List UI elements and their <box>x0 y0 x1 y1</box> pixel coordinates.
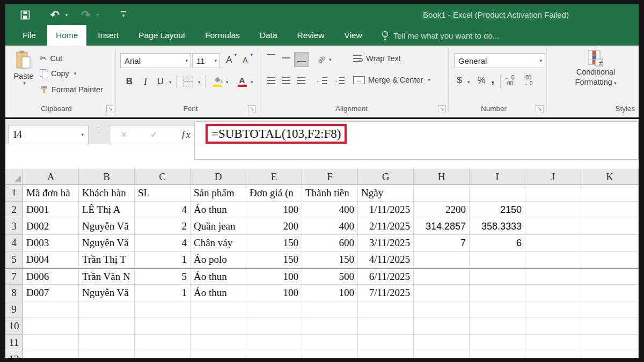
row-header-2[interactable]: 2 <box>5 202 23 218</box>
align-center-button[interactable] <box>279 73 293 87</box>
name-box-dropdown-icon[interactable]: ▾ <box>81 132 84 137</box>
cell-C7[interactable]: 5 <box>135 269 191 285</box>
tab-insert[interactable]: Insert <box>89 25 127 46</box>
cell-F4[interactable]: 600 <box>302 235 358 252</box>
fill-color-dropdown-icon[interactable]: ▾ <box>226 79 229 85</box>
cell-B12[interactable] <box>79 351 135 358</box>
cell-A3[interactable]: D002 <box>23 218 79 235</box>
cell-J4[interactable] <box>525 235 581 252</box>
cell-G5[interactable]: 4/11/2025 <box>358 252 414 268</box>
underline-button[interactable]: U <box>153 75 167 88</box>
select-all-corner[interactable] <box>5 169 23 185</box>
cell-H10[interactable] <box>414 318 470 335</box>
cell-F7[interactable]: 500 <box>302 269 358 285</box>
cell-I7[interactable] <box>470 269 525 285</box>
cell-A11[interactable] <box>23 335 79 351</box>
row-header-11[interactable]: 11 <box>5 335 23 351</box>
row-header-10[interactable]: 10 <box>5 318 23 335</box>
cell-C10[interactable] <box>135 318 191 335</box>
undo-dropdown-icon[interactable]: ▾ <box>63 4 70 25</box>
formula-input-area[interactable]: =SUBTOTAL(103,F2:F8) <box>194 121 639 160</box>
cell-E5[interactable]: 150 <box>246 252 302 268</box>
cell-J9[interactable] <box>525 301 581 318</box>
cell-E4[interactable]: 150 <box>246 235 302 252</box>
redo-icon[interactable]: ↷ <box>79 4 92 25</box>
font-size-dropdown-icon[interactable]: ▾ <box>214 58 217 63</box>
wrap-text-button[interactable]: ↵ Wrap Text <box>353 54 401 63</box>
cell-D2[interactable]: Áo thun <box>191 202 246 218</box>
cell-G8[interactable]: 7/11/2025 <box>358 285 414 301</box>
cell-H4[interactable]: 7 <box>414 235 470 252</box>
cell-G2[interactable]: 1/11/2025 <box>358 202 414 218</box>
column-header-B[interactable]: B <box>79 169 135 185</box>
cell-E11[interactable] <box>246 335 302 351</box>
italic-button[interactable]: I <box>138 75 152 88</box>
format-painter-button[interactable]: Format Painter <box>40 85 103 94</box>
cell-D8[interactable]: Áo thun <box>191 285 246 301</box>
cell-E7[interactable]: 100 <box>246 269 302 285</box>
redo-dropdown-icon[interactable]: ▾ <box>94 4 101 25</box>
cell-D11[interactable] <box>191 335 246 351</box>
font-color-dropdown-icon[interactable]: ▾ <box>251 79 253 85</box>
tab-data[interactable]: Data <box>251 25 286 46</box>
cell-D1[interactable]: Sản phẩm <box>191 185 246 202</box>
cell-F10[interactable] <box>302 318 358 335</box>
increase-indent-button[interactable]: → <box>332 73 346 87</box>
cell-I5[interactable] <box>470 252 525 268</box>
column-header-I[interactable]: I <box>470 169 525 185</box>
column-header-C[interactable]: C <box>135 169 191 185</box>
insert-function-icon[interactable]: ƒx <box>181 129 190 141</box>
cell-A4[interactable]: D003 <box>23 235 79 252</box>
cell-B1[interactable]: Khách hàn <box>79 185 135 202</box>
cell-E12[interactable] <box>246 351 302 358</box>
tab-review[interactable]: Review <box>289 25 333 46</box>
cell-C3[interactable]: 2 <box>135 218 191 235</box>
cell-E2[interactable]: 100 <box>246 202 302 218</box>
cell-H8[interactable] <box>414 285 470 301</box>
cell-E8[interactable]: 100 <box>246 285 302 301</box>
shrink-font-button[interactable]: A ▾ <box>238 53 252 67</box>
accounting-dropdown-icon[interactable]: ▾ <box>467 79 470 85</box>
cell-D10[interactable] <box>191 318 246 335</box>
cell-J3[interactable] <box>525 218 581 235</box>
cell-E10[interactable] <box>246 318 302 335</box>
cell-K12[interactable] <box>581 351 639 358</box>
cell-J2[interactable] <box>525 202 581 218</box>
cell-F1[interactable]: Thành tiền <box>302 185 358 202</box>
cell-I12[interactable] <box>470 351 525 358</box>
cell-J5[interactable] <box>525 252 581 268</box>
cell-G11[interactable] <box>358 335 414 351</box>
bottom-align-button[interactable] <box>294 52 309 67</box>
cell-F2[interactable]: 400 <box>302 202 358 218</box>
cell-G7[interactable]: 6/11/2025 <box>358 269 414 285</box>
font-dialog-launcher-icon[interactable]: ↘ <box>248 105 256 113</box>
font-name-combo[interactable]: Arial ▾ <box>120 53 191 68</box>
cell-I9[interactable] <box>470 301 525 318</box>
cell-J8[interactable] <box>525 285 581 301</box>
cell-A5[interactable]: D004 <box>23 252 79 268</box>
cell-C4[interactable]: 4 <box>135 235 191 252</box>
cell-H2[interactable]: 2200 <box>414 202 470 218</box>
cell-K3[interactable] <box>581 218 639 235</box>
cell-F12[interactable] <box>302 351 358 358</box>
cell-C11[interactable] <box>135 335 191 351</box>
cell-J1[interactable] <box>525 185 581 202</box>
tell-me-box[interactable]: Tell me what you want to do... <box>381 25 500 46</box>
orientation-button[interactable]: ab <box>314 52 328 66</box>
cell-I3[interactable]: 358.3333 <box>470 218 525 235</box>
align-left-button[interactable] <box>264 73 278 87</box>
enter-icon[interactable]: ✓ <box>150 129 158 141</box>
font-color-button[interactable]: A <box>235 75 249 88</box>
cell-A1[interactable]: Mã đơn hà <box>23 185 79 202</box>
cell-J7[interactable] <box>525 269 581 285</box>
cell-H11[interactable] <box>414 335 470 351</box>
cell-K2[interactable] <box>581 202 639 218</box>
row-header-7[interactable]: 7 <box>5 269 23 285</box>
copy-button[interactable]: Copy ▾ <box>40 69 76 78</box>
cell-G12[interactable] <box>358 351 414 358</box>
cell-A7[interactable]: D006 <box>23 269 79 285</box>
row-header-3[interactable]: 3 <box>5 218 23 235</box>
cell-F11[interactable] <box>302 335 358 351</box>
name-box[interactable]: I4 ▾ <box>8 125 89 144</box>
cell-K10[interactable] <box>581 318 639 335</box>
